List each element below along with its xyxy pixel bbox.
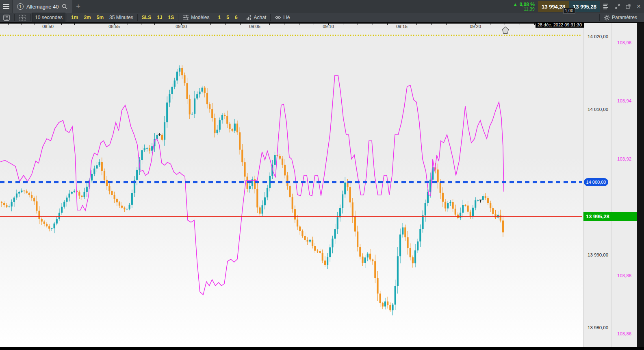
change-arrow-icon: ▲ bbox=[513, 2, 518, 7]
level-price-badge: 14 000,00 bbox=[584, 178, 608, 186]
overlay-axis-label: 103,94 bbox=[617, 98, 631, 103]
timeframe-35min[interactable]: 35 Minutes bbox=[106, 13, 136, 22]
list-icon bbox=[3, 15, 10, 21]
right-edge-strip bbox=[637, 23, 644, 347]
gear-icon bbox=[604, 15, 610, 21]
timeframe-1m[interactable]: 1m bbox=[68, 13, 81, 22]
price-axis-label: 14 020,00 bbox=[588, 34, 608, 39]
titlebar: 1 Allemagne 40 + ▲ 0,08 % 11,39 13 994,2… bbox=[0, 0, 644, 13]
layout-button[interactable] bbox=[16, 13, 29, 22]
price-axis-label: 14 010,00 bbox=[588, 107, 608, 112]
add-tab-button[interactable]: + bbox=[72, 0, 85, 13]
eye-icon bbox=[275, 15, 281, 20]
change-block: ▲ 0,08 % 11,39 bbox=[513, 2, 535, 11]
chart-region: 08:5008:5509:0009:0509:1009:1509:20 28 d… bbox=[0, 23, 644, 350]
change-points: 11,39 bbox=[513, 7, 535, 11]
preset-1-button[interactable]: 1 bbox=[215, 13, 224, 22]
expand-icon bbox=[615, 4, 620, 9]
indicator-list-button[interactable] bbox=[0, 13, 13, 22]
popout-button[interactable] bbox=[623, 0, 633, 13]
overlay-axis-label: 103,96 bbox=[617, 40, 631, 45]
models-button[interactable]: Modèles bbox=[180, 13, 212, 22]
sliders-icon bbox=[182, 15, 189, 20]
price-axis-label: 13 980,00 bbox=[588, 325, 608, 330]
instrument-name: Allemagne 40 bbox=[26, 4, 59, 10]
time-axis[interactable]: 08:5008:5509:0009:0509:1009:1509:20 bbox=[0, 23, 583, 28]
lie-button[interactable]: Lié bbox=[272, 13, 293, 22]
price-chart-canvas[interactable] bbox=[0, 28, 583, 347]
order-depth-icon bbox=[246, 15, 252, 20]
tab-number-badge: 1 bbox=[17, 3, 24, 10]
overlay-axis-label: 103,86 bbox=[617, 331, 631, 336]
preset-5-button[interactable]: 5 bbox=[223, 13, 232, 22]
cursor-date-label: 28 déc. 2022 09:31:30 bbox=[536, 22, 584, 28]
spread-badge: 1,00 bbox=[563, 8, 575, 13]
timeframe-1s[interactable]: 1S bbox=[165, 13, 177, 22]
grid-layout-icon bbox=[19, 15, 26, 21]
quote-panel: 13 994,28 13 995,28 1,00 bbox=[538, 0, 600, 13]
position-marker-icon[interactable] bbox=[502, 26, 509, 36]
overlay-axis[interactable]: 103,96103,94103,92103,88103,86 bbox=[611, 23, 637, 347]
price-axis-label: 13 990,00 bbox=[588, 252, 608, 257]
open-in-window-icon bbox=[626, 4, 631, 9]
timeframe-5m[interactable]: 5m bbox=[94, 13, 106, 22]
overlay-axis-label: 103,92 bbox=[617, 157, 631, 161]
search-icon[interactable] bbox=[62, 4, 67, 9]
achat-button[interactable]: Achat bbox=[243, 13, 269, 22]
bottom-edge-bar bbox=[0, 347, 644, 350]
trading-app: 1 Allemagne 40 + ▲ 0,08 % 11,39 13 994,2… bbox=[0, 0, 644, 350]
timeframe-2m[interactable]: 2m bbox=[81, 13, 93, 22]
close-button[interactable]: × bbox=[633, 0, 644, 13]
fullscreen-button[interactable] bbox=[612, 0, 623, 13]
hamburger-icon bbox=[3, 4, 9, 5]
timeframe-1j[interactable]: 1J bbox=[154, 13, 165, 22]
titlebar-right: ▲ 0,08 % 11,39 13 994,28 13 995,28 1,00 bbox=[513, 0, 644, 13]
parametres-button[interactable]: Paramètres bbox=[601, 13, 640, 22]
main-menu-button[interactable] bbox=[0, 0, 12, 13]
timeframe-sls[interactable]: SLS bbox=[139, 13, 154, 22]
last-price-badge: 13 995,28 bbox=[583, 212, 637, 221]
overlay-axis-label: 103,88 bbox=[617, 273, 631, 278]
timeframe-selected[interactable]: 10 secondes bbox=[32, 13, 65, 22]
instrument-tab[interactable]: 1 Allemagne 40 bbox=[13, 0, 72, 13]
order-book-icon[interactable] bbox=[603, 2, 610, 11]
preset-6-button[interactable]: 6 bbox=[232, 13, 241, 22]
chart-toolbar: 10 secondes 1m 2m 5m 35 Minutes SLS 1J 1… bbox=[0, 13, 644, 23]
